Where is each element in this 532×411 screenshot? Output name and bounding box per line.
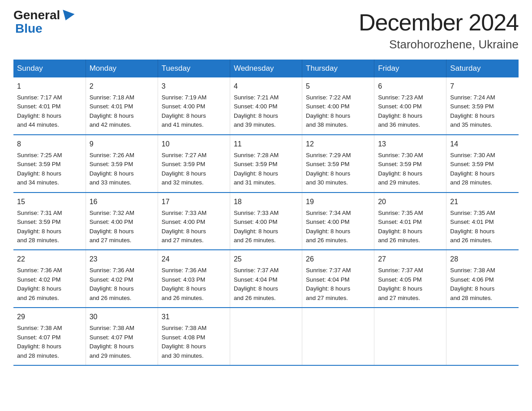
day-number: 23 xyxy=(90,254,154,265)
calendar-cell: 31Sunrise: 7:38 AMSunset: 4:08 PMDayligh… xyxy=(158,308,230,365)
day-number: 3 xyxy=(162,81,226,92)
day-info: Sunrise: 7:18 AMSunset: 4:01 PMDaylight:… xyxy=(90,93,154,130)
calendar-cell xyxy=(446,308,519,365)
day-info: Sunrise: 7:28 AMSunset: 3:59 PMDaylight:… xyxy=(234,151,298,188)
weekday-header: Monday xyxy=(86,60,158,77)
day-info: Sunrise: 7:21 AMSunset: 4:00 PMDaylight:… xyxy=(234,93,298,130)
day-number: 11 xyxy=(234,139,298,150)
day-info: Sunrise: 7:37 AMSunset: 4:05 PMDaylight:… xyxy=(378,266,442,303)
calendar-cell: 23Sunrise: 7:36 AMSunset: 4:02 PMDayligh… xyxy=(86,250,158,308)
day-number: 26 xyxy=(306,254,370,265)
day-info: Sunrise: 7:36 AMSunset: 4:02 PMDaylight:… xyxy=(90,266,154,303)
day-number: 9 xyxy=(90,139,154,150)
page-header: General Blue December 2024 Starohorozhen… xyxy=(13,9,519,51)
day-info: Sunrise: 7:25 AMSunset: 3:59 PMDaylight:… xyxy=(17,151,82,188)
day-number: 20 xyxy=(378,197,442,207)
day-info: Sunrise: 7:27 AMSunset: 3:59 PMDaylight:… xyxy=(162,151,226,188)
calendar-cell: 28Sunrise: 7:38 AMSunset: 4:06 PMDayligh… xyxy=(446,250,519,308)
day-info: Sunrise: 7:38 AMSunset: 4:07 PMDaylight:… xyxy=(17,324,82,360)
day-number: 29 xyxy=(17,312,82,322)
calendar-cell: 19Sunrise: 7:34 AMSunset: 4:00 PMDayligh… xyxy=(302,193,374,250)
calendar-cell: 24Sunrise: 7:36 AMSunset: 4:03 PMDayligh… xyxy=(158,250,230,308)
day-info: Sunrise: 7:38 AMSunset: 4:06 PMDaylight:… xyxy=(450,266,515,303)
calendar-week-row: 22Sunrise: 7:36 AMSunset: 4:02 PMDayligh… xyxy=(13,250,519,308)
day-info: Sunrise: 7:17 AMSunset: 4:01 PMDaylight:… xyxy=(17,93,82,130)
calendar-cell: 9Sunrise: 7:26 AMSunset: 3:59 PMDaylight… xyxy=(86,135,158,193)
day-number: 13 xyxy=(378,139,442,150)
calendar-cell xyxy=(374,308,446,365)
logo-blue-text: Blue xyxy=(15,21,43,35)
calendar-cell: 15Sunrise: 7:31 AMSunset: 3:59 PMDayligh… xyxy=(13,193,86,250)
calendar-cell: 1Sunrise: 7:17 AMSunset: 4:01 PMDaylight… xyxy=(13,77,86,135)
weekday-header: Saturday xyxy=(446,60,519,77)
calendar-week-row: 1Sunrise: 7:17 AMSunset: 4:01 PMDaylight… xyxy=(13,77,519,135)
day-number: 31 xyxy=(162,312,226,322)
calendar-cell: 25Sunrise: 7:37 AMSunset: 4:04 PMDayligh… xyxy=(230,250,302,308)
day-info: Sunrise: 7:29 AMSunset: 3:59 PMDaylight:… xyxy=(306,151,370,188)
calendar-cell: 12Sunrise: 7:29 AMSunset: 3:59 PMDayligh… xyxy=(302,135,374,193)
day-info: Sunrise: 7:23 AMSunset: 4:00 PMDaylight:… xyxy=(378,93,442,130)
day-number: 25 xyxy=(234,254,298,265)
calendar-cell: 17Sunrise: 7:33 AMSunset: 4:00 PMDayligh… xyxy=(158,193,230,250)
calendar-cell: 13Sunrise: 7:30 AMSunset: 3:59 PMDayligh… xyxy=(374,135,446,193)
day-number: 4 xyxy=(234,81,298,92)
weekday-row: SundayMondayTuesdayWednesdayThursdayFrid… xyxy=(13,60,519,77)
day-number: 10 xyxy=(162,139,226,150)
day-number: 27 xyxy=(378,254,442,265)
calendar-week-row: 29Sunrise: 7:38 AMSunset: 4:07 PMDayligh… xyxy=(13,308,519,365)
calendar-cell: 20Sunrise: 7:35 AMSunset: 4:01 PMDayligh… xyxy=(374,193,446,250)
day-number: 14 xyxy=(450,139,515,150)
weekday-header: Friday xyxy=(374,60,446,77)
day-info: Sunrise: 7:32 AMSunset: 4:00 PMDaylight:… xyxy=(90,209,154,245)
calendar-subtitle: Starohorozhene, Ukraine xyxy=(359,38,519,51)
calendar-cell: 11Sunrise: 7:28 AMSunset: 3:59 PMDayligh… xyxy=(230,135,302,193)
day-info: Sunrise: 7:38 AMSunset: 4:07 PMDaylight:… xyxy=(90,324,154,360)
calendar-cell: 26Sunrise: 7:37 AMSunset: 4:04 PMDayligh… xyxy=(302,250,374,308)
calendar-week-row: 8Sunrise: 7:25 AMSunset: 3:59 PMDaylight… xyxy=(13,135,519,193)
day-number: 24 xyxy=(162,254,226,265)
logo-triangle-icon xyxy=(60,10,75,22)
calendar-cell: 27Sunrise: 7:37 AMSunset: 4:05 PMDayligh… xyxy=(374,250,446,308)
calendar-header: SundayMondayTuesdayWednesdayThursdayFrid… xyxy=(13,60,519,77)
day-number: 22 xyxy=(17,254,82,265)
calendar-body: 1Sunrise: 7:17 AMSunset: 4:01 PMDaylight… xyxy=(13,77,519,365)
day-info: Sunrise: 7:35 AMSunset: 4:01 PMDaylight:… xyxy=(450,209,515,245)
calendar-cell: 29Sunrise: 7:38 AMSunset: 4:07 PMDayligh… xyxy=(13,308,86,365)
day-number: 21 xyxy=(450,197,515,207)
day-info: Sunrise: 7:36 AMSunset: 4:02 PMDaylight:… xyxy=(17,266,82,303)
calendar-cell: 8Sunrise: 7:25 AMSunset: 3:59 PMDaylight… xyxy=(13,135,86,193)
day-info: Sunrise: 7:24 AMSunset: 3:59 PMDaylight:… xyxy=(450,93,515,130)
day-info: Sunrise: 7:31 AMSunset: 3:59 PMDaylight:… xyxy=(17,209,82,245)
day-number: 8 xyxy=(17,139,82,150)
day-number: 6 xyxy=(378,81,442,92)
calendar-table: SundayMondayTuesdayWednesdayThursdayFrid… xyxy=(13,60,519,366)
day-number: 30 xyxy=(90,312,154,322)
calendar-title: December 2024 xyxy=(359,9,519,36)
calendar-cell: 4Sunrise: 7:21 AMSunset: 4:00 PMDaylight… xyxy=(230,77,302,135)
weekday-header: Wednesday xyxy=(230,60,302,77)
calendar-cell xyxy=(230,308,302,365)
calendar-cell: 22Sunrise: 7:36 AMSunset: 4:02 PMDayligh… xyxy=(13,250,86,308)
calendar-cell: 7Sunrise: 7:24 AMSunset: 3:59 PMDaylight… xyxy=(446,77,519,135)
day-number: 12 xyxy=(306,139,370,150)
title-block: December 2024 Starohorozhene, Ukraine xyxy=(359,9,519,51)
day-number: 7 xyxy=(450,81,515,92)
day-number: 5 xyxy=(306,81,370,92)
day-info: Sunrise: 7:34 AMSunset: 4:00 PMDaylight:… xyxy=(306,209,370,245)
calendar-cell xyxy=(302,308,374,365)
day-number: 15 xyxy=(17,197,82,207)
day-info: Sunrise: 7:37 AMSunset: 4:04 PMDaylight:… xyxy=(306,266,370,303)
weekday-header: Thursday xyxy=(302,60,374,77)
day-info: Sunrise: 7:36 AMSunset: 4:03 PMDaylight:… xyxy=(162,266,226,303)
calendar-cell: 10Sunrise: 7:27 AMSunset: 3:59 PMDayligh… xyxy=(158,135,230,193)
logo-general-text: General xyxy=(13,9,60,21)
day-number: 19 xyxy=(306,197,370,207)
day-number: 28 xyxy=(450,254,515,265)
day-info: Sunrise: 7:30 AMSunset: 3:59 PMDaylight:… xyxy=(378,151,442,188)
calendar-cell: 6Sunrise: 7:23 AMSunset: 4:00 PMDaylight… xyxy=(374,77,446,135)
day-info: Sunrise: 7:33 AMSunset: 4:00 PMDaylight:… xyxy=(162,209,226,245)
day-info: Sunrise: 7:22 AMSunset: 4:00 PMDaylight:… xyxy=(306,93,370,130)
calendar-week-row: 15Sunrise: 7:31 AMSunset: 3:59 PMDayligh… xyxy=(13,193,519,250)
day-info: Sunrise: 7:38 AMSunset: 4:08 PMDaylight:… xyxy=(162,324,226,360)
day-info: Sunrise: 7:26 AMSunset: 3:59 PMDaylight:… xyxy=(90,151,154,188)
